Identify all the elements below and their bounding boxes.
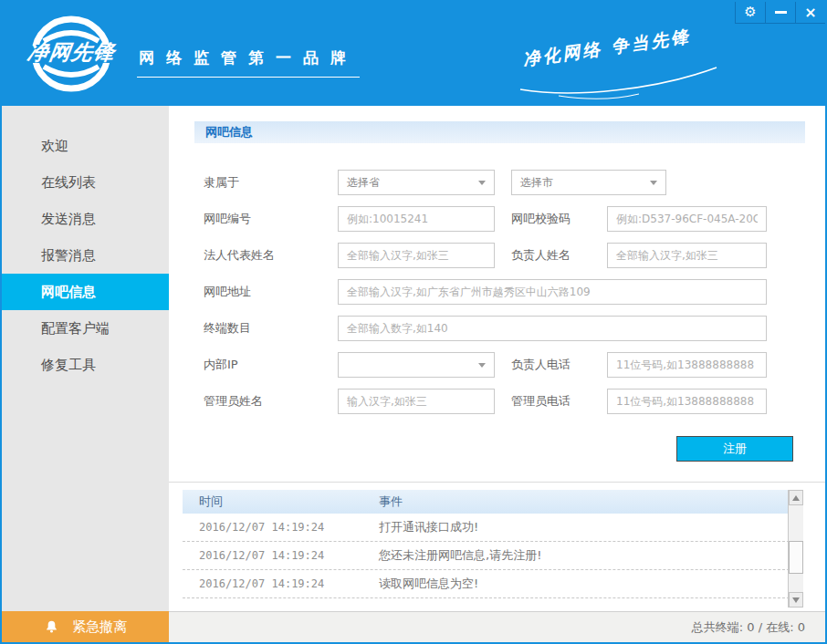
terminals-input[interactable]: [338, 316, 767, 341]
form-row-ip-phone: 内部IP 负责人电话: [169, 352, 825, 378]
sidebar-item-cafe-info[interactable]: 网吧信息: [2, 274, 169, 310]
chevron-down-icon: [650, 181, 657, 185]
cafe-code-label: 网吧校验码: [511, 206, 571, 232]
log-time: 2016/12/07 14:19:24: [199, 514, 324, 541]
scroll-up-button[interactable]: [789, 490, 803, 505]
form-row-names: 法人代表姓名 负责人姓名: [169, 243, 825, 268]
panel-title: 网吧信息: [194, 121, 805, 143]
scrollbar[interactable]: [788, 490, 803, 608]
internal-ip-select[interactable]: [338, 352, 495, 378]
table-row: 2016/12/07 14:19:24 您还未注册网吧信息,请先注册!: [183, 542, 803, 570]
divider: [169, 482, 825, 483]
sidebar-item-repair-tool[interactable]: 修复工具: [2, 347, 169, 383]
emergency-button[interactable]: 紧急撤离: [2, 611, 169, 642]
legal-rep-input[interactable]: [338, 243, 495, 268]
slogan-swoosh-icon: [502, 64, 730, 100]
terminals-label: 终端数目: [204, 316, 251, 341]
main-content: 网吧信息 隶属于 选择省 选择市 网吧编号 网吧校验码: [169, 106, 825, 611]
admin-name-input[interactable]: [338, 389, 495, 414]
sidebar-item-send-message[interactable]: 发送消息: [2, 201, 169, 237]
chevron-down-icon: [478, 363, 486, 368]
sidebar-item-welcome[interactable]: 欢迎: [2, 128, 169, 164]
cafe-no-label: 网吧编号: [204, 206, 251, 232]
logo-text: 净网先锋: [9, 38, 133, 67]
table-row: 2016/12/07 14:19:24 打开通讯接口成功!: [183, 514, 803, 542]
close-button[interactable]: ×: [795, 2, 825, 24]
app-window: 净网先锋 网络监管第一品牌 净化网络 争当先锋 ⚙ × 欢迎 在线列表: [0, 0, 827, 644]
belongs-label: 隶属于: [204, 170, 239, 195]
sidebar-item-configure-client[interactable]: 配置客户端: [2, 310, 169, 347]
close-icon: ×: [804, 5, 816, 20]
chevron-down-icon: [478, 181, 486, 185]
minimize-button[interactable]: [765, 2, 795, 24]
admin-phone-input[interactable]: [607, 389, 767, 414]
form-row-terminals: 终端数目: [169, 316, 825, 341]
header-slogan: 净化网络 争当先锋: [502, 24, 758, 97]
column-header-time: 时间: [199, 490, 223, 514]
province-select[interactable]: 选择省: [338, 170, 495, 195]
column-header-event: 事件: [379, 490, 403, 514]
cafe-code-input[interactable]: [607, 206, 767, 232]
triangle-up-icon: [792, 495, 800, 501]
header-tagline: 网络监管第一品牌: [137, 47, 360, 78]
table-row: 2016/12/07 14:19:24 读取网吧信息为空!: [183, 570, 803, 598]
scroll-down-button[interactable]: [789, 592, 803, 608]
principal-phone-input[interactable]: [607, 352, 767, 378]
principal-label: 负责人姓名: [511, 243, 571, 268]
sidebar-item-alarm-message[interactable]: 报警消息: [2, 237, 169, 274]
log-table: 时间 事件 2016/12/07 14:19:24 打开通讯接口成功! 2016…: [183, 490, 803, 608]
status-bar: 总共终端: 0 / 在线: 0: [169, 611, 825, 642]
form-row-cafe-ids: 网吧编号 网吧校验码: [169, 206, 825, 232]
log-event: 打开通讯接口成功!: [379, 514, 478, 541]
province-select-value: 选择省: [347, 176, 380, 189]
gear-icon: ⚙: [744, 5, 756, 19]
admin-phone-label: 管理员电话: [511, 389, 571, 414]
minimize-icon: [775, 11, 787, 14]
bell-icon: [44, 619, 59, 635]
internal-ip-label: 内部IP: [204, 352, 238, 378]
form-row-belongs: 隶属于 选择省 选择市: [169, 170, 825, 195]
log-event: 您还未注册网吧信息,请先注册!: [379, 542, 541, 569]
address-label: 网吧地址: [204, 279, 251, 305]
status-text: 总共终端: 0 / 在线: 0: [692, 620, 805, 634]
emergency-label: 紧急撤离: [72, 618, 127, 636]
register-button[interactable]: 注册: [676, 436, 793, 462]
sidebar: 欢迎 在线列表 发送消息 报警消息 网吧信息 配置客户端 修复工具: [2, 106, 169, 611]
app-logo: 净网先锋: [11, 13, 131, 95]
city-select[interactable]: 选择市: [511, 170, 666, 195]
cafe-no-input[interactable]: [338, 206, 495, 232]
principal-input[interactable]: [607, 243, 767, 268]
sidebar-item-online-list[interactable]: 在线列表: [2, 164, 169, 201]
sidebar-menu: 欢迎 在线列表 发送消息 报警消息 网吧信息 配置客户端 修复工具: [2, 128, 169, 383]
address-input[interactable]: [338, 279, 767, 305]
principal-phone-label: 负责人电话: [511, 352, 571, 378]
legal-rep-label: 法人代表姓名: [204, 243, 275, 268]
form-row-admin: 管理员姓名 管理员电话: [169, 389, 825, 414]
city-select-value: 选择市: [520, 176, 553, 189]
header: 净网先锋 网络监管第一品牌 净化网络 争当先锋 ⚙ ×: [2, 2, 825, 106]
log-time: 2016/12/07 14:19:24: [199, 570, 324, 597]
log-event: 读取网吧信息为空!: [379, 570, 478, 597]
window-controls: ⚙ ×: [735, 2, 825, 24]
scrollbar-thumb[interactable]: [789, 541, 803, 574]
log-time: 2016/12/07 14:19:24: [199, 542, 324, 569]
admin-name-label: 管理员姓名: [204, 389, 263, 414]
log-table-header: 时间 事件: [183, 490, 803, 514]
settings-button[interactable]: ⚙: [735, 2, 765, 24]
triangle-down-icon: [792, 597, 800, 603]
form-row-address: 网吧地址: [169, 279, 825, 305]
